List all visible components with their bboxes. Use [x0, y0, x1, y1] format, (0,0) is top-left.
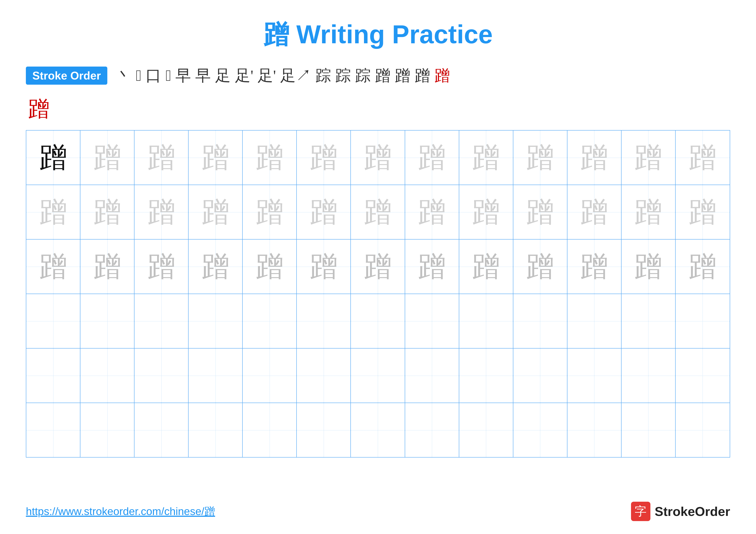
grid-cell-5-9[interactable] — [459, 348, 513, 403]
grid-cell-3-1: 蹭 — [26, 240, 80, 293]
grid-cell-5-6[interactable] — [297, 348, 351, 403]
grid-cell-5-10[interactable] — [513, 348, 567, 403]
char-dark: 蹭 — [39, 139, 67, 177]
char-medium-light: 蹭 — [526, 248, 554, 286]
grid-cell-3-12: 蹭 — [622, 240, 676, 293]
page-title: 蹭 Writing Practice — [26, 17, 730, 52]
char-light: 蹭 — [364, 139, 392, 177]
grid-cell-6-13[interactable] — [676, 403, 730, 457]
grid-row-3: 蹭 蹭 蹭 蹭 蹭 蹭 蹭 蹭 蹭 — [26, 240, 730, 294]
char-medium-light: 蹭 — [202, 248, 230, 286]
stroke-8: 足' — [235, 65, 253, 86]
grid-cell-6-4[interactable] — [189, 403, 243, 457]
grid-cell-2-9: 蹭 — [459, 185, 513, 239]
char-light: 蹭 — [472, 139, 500, 177]
char-light: 蹭 — [472, 193, 500, 231]
char-medium-light: 蹭 — [472, 248, 500, 286]
char-light: 蹭 — [634, 193, 662, 231]
footer-brand: 字 StrokeOrder — [631, 502, 730, 521]
stroke-4: 𠃆 — [166, 67, 171, 85]
stroke-7: 足 — [215, 65, 230, 86]
char-medium-light: 蹭 — [93, 248, 121, 286]
stroke-15: 蹭 — [395, 65, 410, 86]
grid-cell-5-5[interactable] — [243, 348, 297, 403]
grid-cell-1-8: 蹭 — [405, 131, 459, 185]
char-light: 蹭 — [580, 193, 608, 231]
grid-cell-5-11[interactable] — [567, 348, 622, 403]
grid-cell-4-9[interactable] — [459, 294, 513, 348]
grid-cell-6-8[interactable] — [405, 403, 459, 457]
grid-cell-3-5: 蹭 — [243, 240, 297, 293]
char-light: 蹭 — [688, 193, 716, 231]
grid-cell-1-7: 蹭 — [351, 131, 405, 185]
grid-cell-3-2: 蹭 — [80, 240, 134, 293]
char-light: 蹭 — [364, 193, 392, 231]
grid-cell-5-3[interactable] — [134, 348, 189, 403]
grid-cell-1-6: 蹭 — [297, 131, 351, 185]
grid-cell-2-7: 蹭 — [351, 185, 405, 239]
char-medium-light: 蹭 — [688, 248, 716, 286]
grid-cell-4-3[interactable] — [134, 294, 189, 348]
grid-cell-5-13[interactable] — [676, 348, 730, 403]
grid-cell-1-4: 蹭 — [189, 131, 243, 185]
grid-cell-6-3[interactable] — [134, 403, 189, 457]
grid-cell-6-9[interactable] — [459, 403, 513, 457]
grid-cell-4-5[interactable] — [243, 294, 297, 348]
char-light: 蹭 — [256, 193, 284, 231]
grid-cell-5-1[interactable] — [26, 348, 80, 403]
grid-cell-6-11[interactable] — [567, 403, 622, 457]
stroke-6: 早 — [195, 65, 211, 86]
footer-brand-name: StrokeOrder — [655, 504, 730, 519]
grid-cell-1-10: 蹭 — [513, 131, 567, 185]
grid-cell-2-1: 蹭 — [26, 185, 80, 239]
char-medium-light: 蹭 — [148, 248, 176, 286]
grid-cell-4-10[interactable] — [513, 294, 567, 348]
char-light: 蹭 — [580, 139, 608, 177]
grid-cell-2-6: 蹭 — [297, 185, 351, 239]
grid-cell-6-1[interactable] — [26, 403, 80, 457]
grid-cell-2-5: 蹭 — [243, 185, 297, 239]
stroke-order-badge: Stroke Order — [26, 66, 107, 85]
grid-cell-4-2[interactable] — [80, 294, 134, 348]
grid-cell-2-11: 蹭 — [567, 185, 622, 239]
char-light: 蹭 — [634, 139, 662, 177]
grid-cell-6-6[interactable] — [297, 403, 351, 457]
grid-cell-3-11: 蹭 — [567, 240, 622, 293]
stroke-17: 蹭 — [434, 65, 450, 86]
char-light: 蹭 — [39, 193, 67, 231]
grid-cell-4-4[interactable] — [189, 294, 243, 348]
grid-cell-5-2[interactable] — [80, 348, 134, 403]
grid-cell-3-8: 蹭 — [405, 240, 459, 293]
grid-cell-3-6: 蹭 — [297, 240, 351, 293]
grid-cell-3-13: 蹭 — [676, 240, 730, 293]
char-light: 蹭 — [526, 139, 554, 177]
grid-cell-4-11[interactable] — [567, 294, 622, 348]
grid-cell-5-8[interactable] — [405, 348, 459, 403]
grid-cell-6-7[interactable] — [351, 403, 405, 457]
grid-cell-5-12[interactable] — [622, 348, 676, 403]
grid-cell-6-2[interactable] — [80, 403, 134, 457]
grid-cell-4-8[interactable] — [405, 294, 459, 348]
grid-cell-5-7[interactable] — [351, 348, 405, 403]
char-medium-light: 蹭 — [418, 248, 446, 286]
grid-cell-3-3: 蹭 — [134, 240, 189, 293]
char-light: 蹭 — [202, 193, 230, 231]
grid-cell-4-1[interactable] — [26, 294, 80, 348]
grid-row-2: 蹭 蹭 蹭 蹭 蹭 蹭 蹭 蹭 蹭 — [26, 185, 730, 240]
grid-cell-6-5[interactable] — [243, 403, 297, 457]
char-medium-light: 蹭 — [310, 248, 338, 286]
stroke-order-section: Stroke Order 丶 𠃌 口 𠃆 早 早 足 足' 足' 足↗ 踪 踪 … — [26, 65, 730, 86]
stroke-13: 踪 — [355, 65, 371, 86]
char-light: 蹭 — [202, 139, 230, 177]
footer-url[interactable]: https://www.strokeorder.com/chinese/蹭 — [26, 504, 215, 519]
grid-cell-4-13[interactable] — [676, 294, 730, 348]
grid-cell-4-6[interactable] — [297, 294, 351, 348]
grid-cell-6-12[interactable] — [622, 403, 676, 457]
char-light: 蹭 — [256, 139, 284, 177]
grid-cell-3-7: 蹭 — [351, 240, 405, 293]
grid-cell-4-12[interactable] — [622, 294, 676, 348]
grid-cell-5-4[interactable] — [189, 348, 243, 403]
page: 蹭 Writing Practice Stroke Order 丶 𠃌 口 𠃆 … — [0, 0, 756, 534]
grid-cell-6-10[interactable] — [513, 403, 567, 457]
grid-cell-4-7[interactable] — [351, 294, 405, 348]
